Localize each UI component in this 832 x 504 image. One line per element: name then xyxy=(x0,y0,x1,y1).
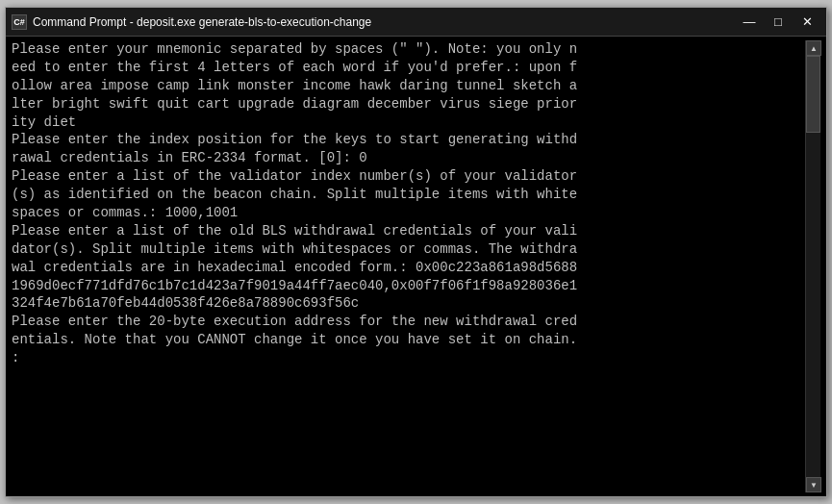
title-bar: C# Command Prompt - deposit.exe generate… xyxy=(6,8,826,37)
maximize-button[interactable]: □ xyxy=(765,13,792,32)
terminal-content: Please enter your mnemonic separated by … xyxy=(12,40,805,492)
scroll-down-button[interactable]: ▼ xyxy=(806,477,821,492)
terminal-body: Please enter your mnemonic separated by … xyxy=(6,37,826,496)
minimize-button[interactable]: — xyxy=(736,13,763,32)
scroll-up-button[interactable]: ▲ xyxy=(806,40,821,56)
title-bar-left: C# Command Prompt - deposit.exe generate… xyxy=(12,14,371,30)
window-title: Command Prompt - deposit.exe generate-bl… xyxy=(33,15,371,29)
title-bar-controls: — □ ✕ xyxy=(736,13,820,32)
scrollbar-track[interactable] xyxy=(806,56,820,477)
cmd-window: C# Command Prompt - deposit.exe generate… xyxy=(5,7,827,497)
scrollbar-thumb[interactable] xyxy=(806,56,820,133)
close-button[interactable]: ✕ xyxy=(794,13,820,32)
terminal-text: Please enter your mnemonic separated by … xyxy=(12,40,805,367)
cmd-icon: C# xyxy=(12,14,27,30)
scrollbar[interactable]: ▲ ▼ xyxy=(805,40,820,492)
